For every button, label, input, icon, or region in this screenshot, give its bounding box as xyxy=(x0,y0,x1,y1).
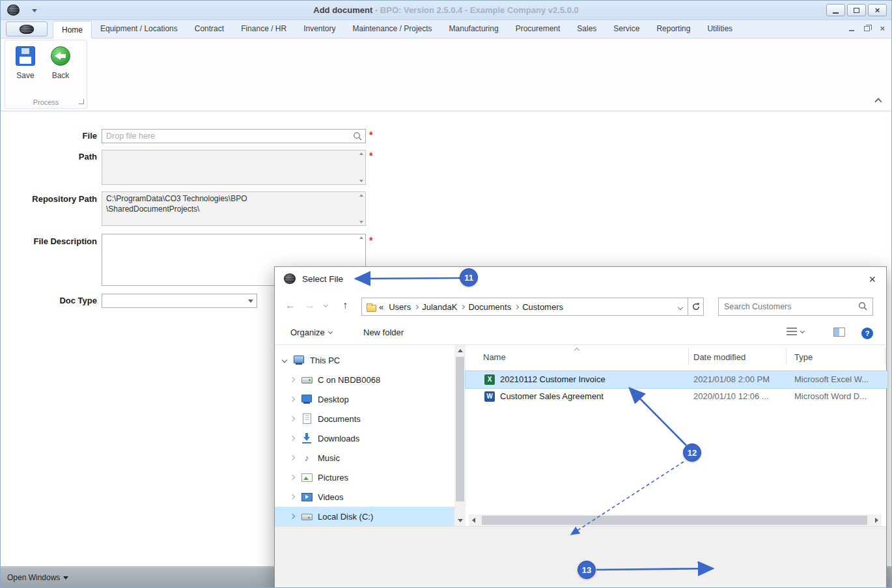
tab-maintenance-projects[interactable]: Maintenance / Projects xyxy=(344,20,441,38)
tab-inventory[interactable]: Inventory xyxy=(295,20,344,38)
tab-reporting[interactable]: Reporting xyxy=(648,20,699,38)
column-header-date-modified[interactable]: Date modified xyxy=(693,352,746,362)
collapse-chevron-icon[interactable] xyxy=(290,416,295,421)
window-title: Add document - BPO: Version 2.5.0.4 - Ex… xyxy=(1,5,891,15)
tab-procurement[interactable]: Procurement xyxy=(507,20,569,38)
scroll-right-icon[interactable] xyxy=(875,518,878,523)
breadcrumb-customers[interactable]: Customers xyxy=(520,302,566,312)
nav-back-icon[interactable]: ← xyxy=(285,300,296,311)
breadcrumb-julandak[interactable]: JulandaK xyxy=(419,302,460,312)
tree-item-videos[interactable]: Videos xyxy=(275,487,454,507)
desc-spin-up-icon[interactable] xyxy=(359,236,363,239)
dialog-nav-bar: ← → ↑ « Users JulandaK Documents Custome… xyxy=(275,292,886,322)
nav-up-icon[interactable]: ↑ xyxy=(342,300,348,311)
annotation-callout-12: 12 xyxy=(683,443,701,462)
tree-item-this-pc[interactable]: This PC xyxy=(275,350,454,370)
column-header-name[interactable]: Name xyxy=(483,352,506,362)
file-input[interactable] xyxy=(102,130,365,143)
app-menu-button[interactable] xyxy=(6,21,48,36)
tab-utilities[interactable]: Utilities xyxy=(699,20,741,38)
tree-item-pictures[interactable]: Pictures xyxy=(275,468,454,487)
tree-item-music[interactable]: ♪ Music xyxy=(275,448,454,468)
organize-button[interactable]: Organize xyxy=(290,328,332,337)
scroll-thumb[interactable] xyxy=(456,357,464,501)
tree-label: Pictures xyxy=(318,473,348,483)
tab-manufacturing[interactable]: Manufacturing xyxy=(441,20,507,38)
column-header-type[interactable]: Type xyxy=(794,352,813,362)
tab-service[interactable]: Service xyxy=(605,20,648,38)
tree-item-downloads[interactable]: Downloads xyxy=(275,428,454,448)
mdi-restore-icon[interactable] xyxy=(864,26,870,31)
path-spin-down-icon[interactable] xyxy=(359,180,363,182)
nav-recent-caret-icon[interactable] xyxy=(324,303,328,307)
mdi-minimize-icon[interactable] xyxy=(849,30,854,31)
nav-forward-icon[interactable]: → xyxy=(305,300,315,311)
scroll-thumb[interactable] xyxy=(482,516,867,525)
tree-item-desktop[interactable]: Desktop xyxy=(275,389,454,409)
list-horizontal-scrollbar[interactable] xyxy=(469,514,882,526)
repo-spin-up-icon[interactable] xyxy=(359,194,363,197)
mdi-close-icon[interactable]: × xyxy=(880,24,885,33)
path-spin-up-icon[interactable] xyxy=(359,152,363,155)
group-dialog-launcher-icon[interactable] xyxy=(79,99,84,104)
search-box[interactable] xyxy=(718,298,873,316)
scroll-down-icon[interactable] xyxy=(458,519,463,522)
breadcrumb-users[interactable]: Users xyxy=(386,302,413,312)
repository-path-field[interactable]: C:\ProgramData\CO3 Technologies\BPO \Sha… xyxy=(102,191,366,226)
file-name: Customer Sales Agreement xyxy=(500,391,604,401)
address-dropdown-icon[interactable] xyxy=(678,305,683,310)
path-field[interactable] xyxy=(102,150,366,185)
back-button[interactable]: Back xyxy=(46,46,75,80)
dialog-close-icon[interactable]: × xyxy=(869,272,876,287)
file-row-sales-agreement[interactable]: Customer Sales Agreement 2020/01/10 12:0… xyxy=(466,388,887,405)
collapse-ribbon-icon[interactable] xyxy=(874,98,882,105)
tree-item-documents[interactable]: Documents xyxy=(275,409,454,428)
breadcrumb-documents[interactable]: Documents xyxy=(466,302,514,312)
save-button[interactable]: Save xyxy=(11,46,40,80)
tab-finance-hr[interactable]: Finance / HR xyxy=(232,20,295,38)
collapse-chevron-icon[interactable] xyxy=(290,436,295,441)
close-button[interactable]: × xyxy=(868,4,887,16)
preview-pane-button[interactable] xyxy=(833,328,845,337)
file-field[interactable] xyxy=(102,129,366,143)
tree-label: Downloads xyxy=(318,434,359,443)
new-folder-button[interactable]: New folder xyxy=(363,328,404,337)
tree-item-local-disk-c[interactable]: Local Disk (C:) xyxy=(275,507,454,526)
tree-vertical-scrollbar[interactable] xyxy=(454,345,466,526)
repo-spin-down-icon[interactable] xyxy=(359,221,363,223)
address-bar[interactable]: « Users JulandaK Documents Customers xyxy=(361,298,688,316)
downloads-icon xyxy=(301,433,313,443)
doc-type-dropdown-icon[interactable] xyxy=(248,300,253,303)
column-divider[interactable] xyxy=(688,348,689,365)
collapse-chevron-icon[interactable] xyxy=(290,377,295,382)
search-input[interactable] xyxy=(719,298,872,315)
maximize-button[interactable] xyxy=(847,4,866,16)
collapse-chevron-icon[interactable] xyxy=(290,397,295,402)
collapse-chevron-icon[interactable] xyxy=(290,475,295,480)
column-divider[interactable] xyxy=(786,348,787,365)
file-row-customer-invoice[interactable]: 20210112 Customer Invoice 2021/01/08 2:0… xyxy=(466,371,887,388)
process-group-label: Process xyxy=(5,98,87,106)
collapse-chevron-icon[interactable] xyxy=(290,494,295,499)
address-truncate[interactable]: « xyxy=(376,302,386,312)
collapse-chevron-icon[interactable] xyxy=(290,455,295,460)
tab-contract[interactable]: Contract xyxy=(186,20,232,38)
open-windows-dropdown[interactable]: Open Windows xyxy=(7,573,68,582)
file-search-icon[interactable] xyxy=(353,132,363,143)
tab-sales[interactable]: Sales xyxy=(568,20,605,38)
help-button[interactable]: ? xyxy=(861,328,873,339)
refresh-button[interactable] xyxy=(688,298,704,316)
search-icon[interactable] xyxy=(858,301,868,314)
doc-type-combobox[interactable] xyxy=(102,294,257,308)
minimize-button[interactable] xyxy=(826,4,845,16)
tree-item-c-on-nbdb0068[interactable]: C on NBDB0068 xyxy=(275,370,454,389)
scroll-up-icon[interactable] xyxy=(458,349,463,352)
tree-label: Local Disk (C:) xyxy=(318,512,373,522)
tab-home[interactable]: Home xyxy=(53,21,92,38)
scroll-left-icon[interactable] xyxy=(472,518,475,523)
tab-equipment-locations[interactable]: Equipment / Locations xyxy=(92,20,186,38)
expand-chevron-icon[interactable] xyxy=(282,357,287,363)
view-mode-button[interactable] xyxy=(787,328,804,336)
column-divider[interactable] xyxy=(885,348,885,365)
collapse-chevron-icon[interactable] xyxy=(290,514,295,519)
